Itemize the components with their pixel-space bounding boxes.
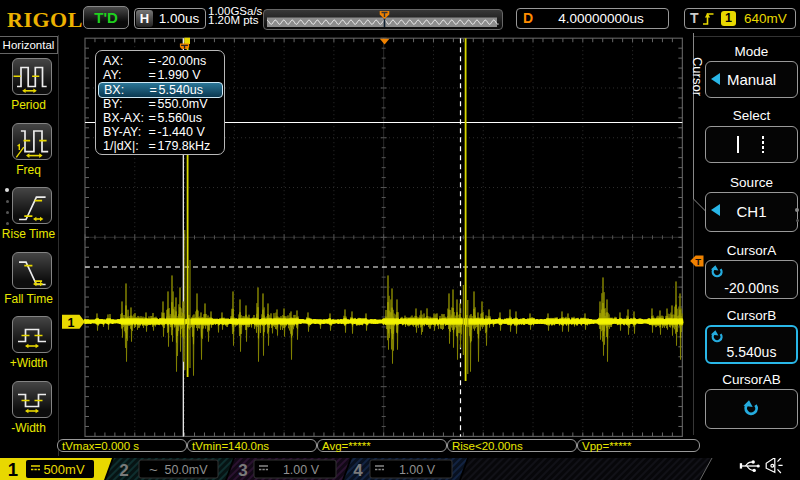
svg-text:1.00 V: 1.00 V: [283, 463, 320, 477]
svg-text:3: 3: [238, 461, 247, 480]
svg-text:1.00 V: 1.00 V: [399, 463, 436, 477]
svg-text:50.0mV: 50.0mV: [164, 463, 208, 477]
svg-text:~: ~: [149, 461, 158, 478]
svg-text:1: 1: [68, 316, 75, 330]
svg-text:1: 1: [8, 459, 18, 480]
svg-text:500mV: 500mV: [43, 462, 85, 477]
svg-text:T: T: [695, 256, 701, 267]
svg-text:4: 4: [353, 461, 363, 480]
svg-text:2: 2: [119, 461, 128, 480]
